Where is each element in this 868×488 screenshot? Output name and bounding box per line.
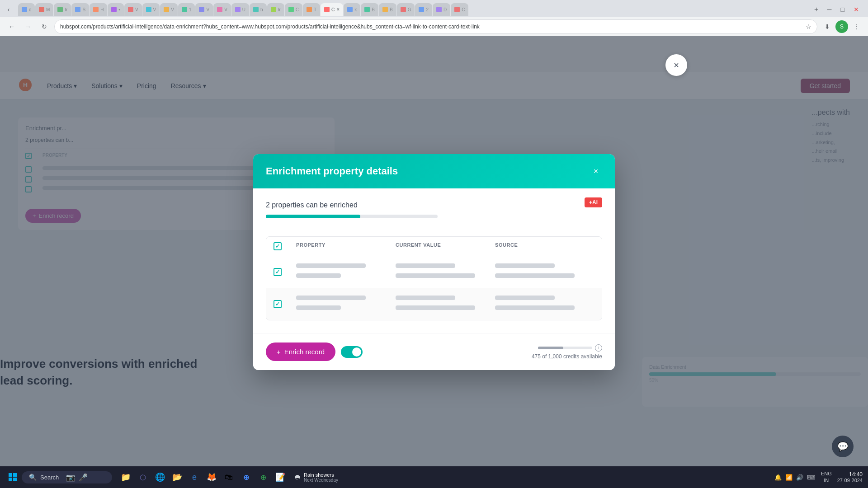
row2-property-cell: [296, 296, 396, 313]
download-icon[interactable]: ⬇: [821, 20, 834, 33]
browser-tab-2[interactable]: M: [35, 3, 53, 16]
browser-tab-16[interactable]: C: [285, 3, 302, 16]
chat-icon: 💬: [837, 441, 849, 452]
browser-tab-12[interactable]: V: [213, 3, 231, 16]
browser-tab-13[interactable]: U: [231, 3, 249, 16]
current-value-column-header: CURRENT VALUE: [396, 242, 495, 250]
row2-source-skeleton-2: [495, 305, 575, 310]
new-tab-button[interactable]: +: [810, 3, 823, 16]
row1-value-skeleton-2: [396, 273, 475, 278]
row2-value-skeleton-1: [396, 296, 455, 300]
browser-tab-1[interactable]: c: [18, 3, 35, 16]
header-checkbox[interactable]: ✓: [274, 242, 282, 250]
account-icon[interactable]: S: [835, 20, 848, 33]
taskbar-network-icon[interactable]: 📶: [785, 474, 793, 481]
browser-tab-14[interactable]: h: [250, 3, 267, 16]
svg-rect-4: [9, 478, 12, 481]
taskbar-sound-icon[interactable]: 🔊: [796, 474, 803, 481]
properties-table: ✓ PROPERTY CURRENT VALUE SOURCE ✓: [266, 236, 602, 320]
browser-tab-6[interactable]: •: [108, 3, 124, 16]
taskbar-search-camera-icon: 📷: [66, 473, 75, 482]
taskbar-notification-icon[interactable]: 🔔: [774, 474, 782, 481]
taskbar-locale[interactable]: ENG IN: [821, 470, 832, 484]
browser-tab-15[interactable]: Ir: [267, 3, 284, 16]
enrich-record-button[interactable]: + Enrich record: [266, 343, 335, 361]
taskbar-file-explorer-icon[interactable]: 📁: [118, 469, 134, 485]
back-button[interactable]: ←: [5, 20, 18, 33]
browser-tab-5[interactable]: H: [90, 3, 107, 16]
progress-bar-container: [266, 215, 438, 218]
modal-overlay[interactable]: Enrichment property details × 2 properti…: [0, 36, 868, 488]
maximize-button[interactable]: □: [837, 4, 848, 15]
url-text: hubspot.com/products/artificial-intellig…: [60, 23, 806, 30]
weather-widget[interactable]: 🌧 Rain showers Next Wednesday: [294, 472, 338, 483]
browser-tab-4[interactable]: S: [71, 3, 89, 16]
modal-close-button[interactable]: ×: [590, 165, 602, 178]
forward-button[interactable]: →: [22, 20, 34, 33]
taskbar-folder-icon[interactable]: 📂: [169, 469, 185, 485]
taskbar-chrome2-icon[interactable]: ⊕: [255, 469, 271, 485]
browser-tab-17[interactable]: T: [303, 3, 320, 16]
taskbar-store-icon[interactable]: 🛍: [221, 469, 237, 485]
taskbar-teams-icon[interactable]: ⬡: [135, 469, 151, 485]
weather-text: Rain showers Next Wednesday: [304, 472, 338, 483]
row1-property-skeleton-1: [296, 263, 366, 268]
browser-tab-3[interactable]: Ir: [54, 3, 71, 16]
enrich-plus-icon: +: [277, 348, 281, 356]
menu-icon[interactable]: ⋮: [850, 20, 863, 33]
toolbar-icons: ⬇ S ⋮: [821, 20, 863, 33]
tab-close-btn[interactable]: ×: [336, 6, 340, 13]
row2-property-skeleton-2: [296, 305, 341, 310]
properties-count-text: 2 properties can be enriched: [266, 201, 438, 209]
browser-tab-19[interactable]: k: [344, 3, 360, 16]
refresh-button[interactable]: ↻: [38, 20, 51, 33]
browser-tab-20[interactable]: B: [361, 3, 378, 16]
bookmark-icon[interactable]: ☆: [806, 23, 811, 30]
row1-checkbox[interactable]: ✓: [274, 268, 282, 276]
tab-bar: ‹ c M Ir S: [0, 0, 868, 17]
browser-tab-21[interactable]: B: [379, 3, 396, 16]
row2-checkbox[interactable]: ✓: [274, 300, 282, 308]
info-icon[interactable]: i: [595, 344, 602, 352]
taskbar-system-icons: 🔔 📶 🔊 ⌨: [774, 474, 816, 481]
enrich-record-label: Enrich record: [284, 348, 325, 356]
browser-frame: ‹ c M Ir S: [0, 0, 868, 36]
toggle-switch[interactable]: [341, 346, 363, 358]
browser-tab-11[interactable]: V: [195, 3, 213, 16]
taskbar-firefox-icon[interactable]: 🦊: [203, 469, 220, 485]
taskbar-ms-edge-icon[interactable]: e: [186, 469, 203, 485]
credits-text: 475 of 1,000 credits available: [532, 353, 602, 360]
floating-close-button[interactable]: ×: [665, 54, 687, 76]
modal-footer: + Enrich record i 475 of 1,000 credits a…: [253, 333, 615, 370]
minimize-button[interactable]: ─: [824, 4, 835, 15]
taskbar-notes-icon[interactable]: 📝: [272, 469, 288, 485]
row1-checkbox-wrapper: ✓: [274, 268, 296, 276]
browser-tab-23[interactable]: 2: [415, 3, 432, 16]
chat-button[interactable]: 💬: [832, 436, 854, 457]
modal-header: Enrichment property details ×: [253, 154, 615, 188]
browser-tab-25[interactable]: C: [451, 3, 468, 16]
taskbar-edge-icon[interactable]: 🌐: [152, 469, 168, 485]
close-window-button[interactable]: ✕: [850, 4, 863, 15]
taskbar-keyboard-icon[interactable]: ⌨: [807, 474, 816, 481]
row2-source-skeleton-1: [495, 296, 555, 300]
ai-badge: +AI: [585, 197, 602, 207]
address-bar[interactable]: hubspot.com/products/artificial-intellig…: [54, 19, 817, 34]
start-button[interactable]: [5, 470, 20, 484]
browser-tab-8[interactable]: V: [142, 3, 160, 16]
browser-tab-9[interactable]: V: [160, 3, 178, 16]
browser-tab-10[interactable]: 1: [178, 3, 195, 16]
tab-back-btn[interactable]: ‹: [4, 5, 14, 14]
modal-close-icon: ×: [594, 167, 599, 176]
row1-source-skeleton-1: [495, 263, 555, 268]
browser-tab-24[interactable]: D: [433, 3, 450, 16]
property-column-header: PROPERTY: [296, 242, 396, 250]
taskbar-chrome-icon[interactable]: ⊕: [238, 469, 254, 485]
svg-rect-5: [13, 478, 17, 481]
taskbar-search-bar[interactable]: 🔍 Search 📷 🎤: [22, 471, 112, 483]
browser-tab-22[interactable]: G: [397, 3, 415, 16]
browser-tab-18-active[interactable]: C ×: [321, 3, 343, 16]
browser-tab-7[interactable]: V: [124, 3, 142, 16]
taskbar-clock[interactable]: 14:40 27-09-2024: [837, 471, 863, 483]
address-bar-row: ← → ↻ hubspot.com/products/artificial-in…: [0, 17, 868, 36]
